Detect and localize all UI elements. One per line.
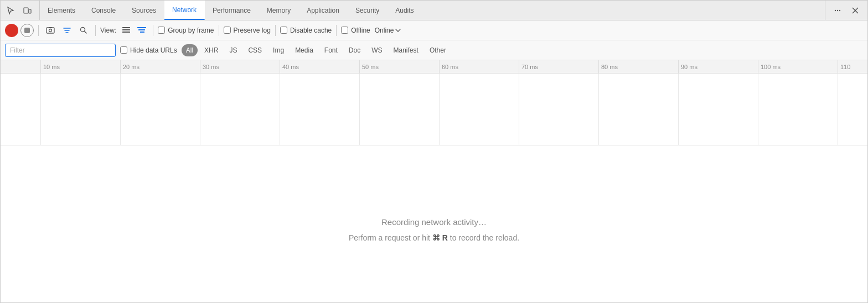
preserve-log-label[interactable]: Preserve log [224,27,271,34]
preserve-log-checkbox[interactable] [224,27,231,34]
cursor-icon[interactable] [3,3,18,18]
svg-rect-7 [46,28,54,33]
disable-cache-label[interactable]: Disable cache [280,27,332,34]
hide-data-urls-label[interactable]: Hide data URLs [120,46,177,54]
filter-pill-ws[interactable]: WS [367,44,386,56]
toolbar-divider-5 [275,25,276,36]
svg-rect-12 [122,27,130,28]
empty-state-primary: Recording network activity… [381,217,487,227]
filter-pill-manifest[interactable]: Manifest [389,44,423,56]
clear-icon [24,28,30,33]
svg-line-11 [85,31,87,33]
tab-performance[interactable]: Performance [205,1,259,20]
group-by-frame-checkbox[interactable] [158,27,165,34]
filter-pill-doc[interactable]: Doc [344,44,365,56]
clear-button[interactable] [20,24,34,37]
group-by-frame-label[interactable]: Group by frame [158,27,214,34]
svg-rect-14 [122,32,130,33]
toolbar-divider-1 [38,25,39,36]
grid-line [678,74,679,145]
grid-line [200,74,200,145]
timeline-grid [1,74,867,145]
timeline-tick: 110 [838,60,850,73]
timeline-tick: 30 ms [200,60,219,73]
filter-pill-xhr[interactable]: XHR [200,44,223,56]
grid-line [280,74,280,145]
filter-pills: All XHR JS CSS Img Media Font Doc WS Man… [182,44,451,56]
filter-input[interactable] [5,44,116,57]
svg-point-4 [839,9,840,11]
grid-line [40,74,41,145]
timeline-tick: 50 ms [359,60,379,73]
svg-rect-1 [29,9,31,13]
disable-cache-checkbox[interactable] [280,27,287,34]
grid-line [838,74,838,145]
tab-items: Elements Console Sources Network Perform… [40,1,825,20]
svg-rect-13 [122,29,130,30]
grid-line [359,74,360,145]
main-content: Recording network activity… Perform a re… [1,74,867,302]
keyboard-shortcut: ⌘ R [432,233,448,242]
offline-checkbox[interactable] [341,27,348,34]
filter-pill-media[interactable]: Media [291,44,318,56]
timeline-tick: 20 ms [120,60,140,73]
timeline-tick: 40 ms [280,60,299,73]
list-view-button[interactable] [120,24,133,37]
waterfall-view-button[interactable] [135,24,148,37]
chevron-down-icon [395,28,401,33]
more-tools-icon[interactable] [830,3,845,18]
tab-security[interactable]: Security [348,1,388,20]
throttle-select[interactable]: Online [373,25,404,35]
filter-row: Hide data URLs All XHR JS CSS Img Media … [1,40,867,60]
tab-bar: Elements Console Sources Network Perform… [1,1,867,20]
tab-sources[interactable]: Sources [124,1,164,20]
svg-rect-0 [24,8,28,13]
search-icon[interactable] [76,23,91,38]
tab-network[interactable]: Network [164,1,205,20]
svg-point-8 [49,29,52,32]
timeline-tick: 10 ms [40,60,60,73]
tab-bar-icons [3,1,40,20]
close-devtools-icon[interactable] [848,3,863,18]
toolbar-divider-2 [95,25,96,36]
timeline-tick: 70 ms [519,60,538,73]
tab-memory[interactable]: Memory [259,1,299,20]
tab-audits[interactable]: Audits [388,1,422,20]
svg-point-2 [835,9,836,11]
tab-elements[interactable]: Elements [40,1,84,20]
empty-state: Recording network activity… Perform a re… [1,145,867,302]
grid-line [758,74,758,145]
timeline-tick: 60 ms [439,60,458,73]
device-toggle-icon[interactable] [19,3,35,18]
filter-icon[interactable] [60,23,74,38]
tab-application[interactable]: Application [299,1,348,20]
timeline-tick: 100 ms [758,60,781,73]
timeline-tick: 80 ms [598,60,618,73]
toolbar-divider-6 [336,25,337,36]
filter-pill-font[interactable]: Font [320,44,342,56]
screenshot-icon[interactable] [43,23,58,38]
toolbar-divider-4 [219,25,219,36]
devtools-panel: Elements Console Sources Network Perform… [0,0,868,303]
grid-line [120,74,121,145]
filter-pill-all[interactable]: All [182,44,198,56]
offline-label[interactable]: Offline [341,27,370,34]
svg-rect-16 [138,29,145,30]
timeline-header: 10 ms20 ms30 ms40 ms50 ms60 ms70 ms80 ms… [1,60,867,74]
svg-rect-15 [137,27,146,28]
filter-pill-js[interactable]: JS [225,44,241,56]
svg-point-3 [837,9,838,11]
hide-data-urls-checkbox[interactable] [120,46,127,54]
record-button[interactable] [5,24,18,37]
timeline-tick: 90 ms [678,60,698,73]
tab-bar-right [825,1,867,20]
grid-line [519,74,519,145]
tab-console[interactable]: Console [84,1,124,20]
filter-pill-img[interactable]: Img [268,44,288,56]
filter-pill-css[interactable]: CSS [244,44,266,56]
view-label: View: [100,27,116,34]
filter-pill-other[interactable]: Other [425,44,451,56]
empty-state-secondary: Perform a request or hit ⌘ R to record t… [349,233,519,242]
grid-line [439,74,440,145]
svg-rect-17 [140,32,144,33]
